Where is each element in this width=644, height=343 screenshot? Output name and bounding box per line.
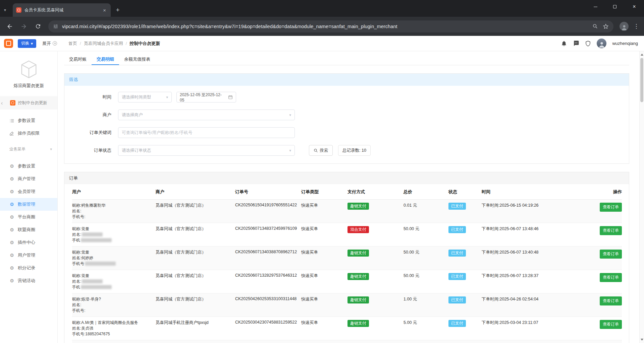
switch-button[interactable]: 切换 ▾: [18, 39, 36, 48]
close-button[interactable]: ×: [625, 0, 644, 13]
payment-badge: 趣销支付: [347, 203, 369, 210]
breadcrumb-item[interactable]: 觅喜同城会员卡应用: [84, 41, 130, 47]
view-order-button[interactable]: 查看订单: [600, 296, 622, 305]
tab-search-chevron-icon[interactable]: ▾: [0, 3, 10, 17]
browser-menu-button[interactable]: ⋮: [632, 23, 641, 30]
shield-icon[interactable]: [585, 41, 591, 47]
status-badge: 已支付: [448, 296, 466, 303]
time-type-select[interactable]: 请选择时间类型 ▾: [118, 92, 172, 102]
sidebar-menu-item[interactable]: ⚙ 用户管理: [0, 249, 57, 262]
new-tab-button[interactable]: +: [113, 5, 123, 15]
user-phone: 手机号:: [72, 308, 85, 313]
price-cell: 5.00 元: [404, 320, 448, 326]
user-cell: 昵称:觉量 姓名: 手机: [72, 226, 156, 243]
view-order-button[interactable]: 查看订单: [600, 203, 622, 212]
user-cell: 昵称:觉量 姓名: 手机: [72, 273, 156, 290]
sidebar-menu-item[interactable]: ⚙ 商户管理: [0, 173, 57, 185]
user-avatar[interactable]: [597, 39, 606, 48]
view-order-button[interactable]: 查看订单: [600, 250, 622, 259]
breadcrumb-item[interactable]: 首页: [68, 41, 84, 47]
order-status-select[interactable]: 请选择订单状态 ▾: [118, 145, 295, 156]
forward-button[interactable]: [17, 20, 30, 33]
sidebar-collapse-icon[interactable]: ‹: [1, 100, 3, 106]
browser-window: ▾ 会员卡系统:觅喜同城 × + × vipcard.mixi.city/#/a…: [0, 0, 644, 343]
sidebar-menu-item[interactable]: ⚙ 积分记录: [0, 262, 57, 274]
sidebar-menu-item-label: 用户管理: [18, 252, 35, 258]
sidebar-menu-item-label: 平台商圈: [18, 214, 35, 220]
table-row: 昵称:觉量 姓名:何婷婷 手机号 觅喜同城（官方测试门店） CK20250607…: [72, 247, 622, 270]
scroll-up-icon[interactable]: [640, 52, 644, 57]
address-bar[interactable]: vipcard.mixi.city/#/app/202393/role1/ifr…: [48, 20, 613, 32]
merchant-select[interactable]: 请选择商户 ▾: [118, 110, 295, 120]
minimize-button[interactable]: [586, 0, 605, 13]
view-order-button[interactable]: 查看订单: [600, 273, 622, 282]
payment-badge: 趣销支付: [347, 296, 369, 303]
user-cell: 昵称:鳄鱼圈薯割华 姓名: 手机号:: [72, 203, 156, 220]
site-info-icon[interactable]: [53, 24, 58, 29]
scroll-down-icon[interactable]: [640, 337, 644, 342]
column-header: 支付方式: [347, 189, 404, 195]
column-header: 订单号: [235, 189, 301, 195]
sidebar-menu-item-label: 商户管理: [18, 176, 35, 182]
chat-icon[interactable]: [573, 40, 579, 47]
sidebar-menu-item[interactable]: ⚙ 平台商圈: [0, 211, 57, 223]
view-order-button[interactable]: 查看订单: [600, 226, 622, 235]
sidebar-menu-item[interactable]: ⚙ 营销活动: [0, 274, 57, 287]
browser-tab[interactable]: 会员卡系统:觅喜同城 ×: [13, 3, 111, 17]
browser-toolbar: vipcard.mixi.city/#/app/202393/role1/ifr…: [0, 17, 644, 36]
sidebar-menu-item[interactable]: ⚙ 插件中心: [0, 236, 57, 249]
breadcrumb-item[interactable]: 控制中台勿更新: [129, 41, 160, 47]
reload-icon: [35, 23, 41, 29]
keyword-input[interactable]: [118, 127, 295, 138]
content-tabs: 交易对账交易明细余额充值报表: [64, 53, 629, 65]
browser-profile-avatar[interactable]: [620, 22, 629, 31]
calendar-icon: [228, 95, 233, 99]
order-no-cell: CK202506150419197605551422: [235, 203, 301, 207]
table-row: 昵称:觉量 姓名: 手机 觅喜同城（官方测试门店） CK202506071328…: [72, 270, 622, 293]
orders-table-header: 用户商户订单号订单类型支付方式总价状态时间操作: [72, 184, 622, 200]
sidebar-menu-item[interactable]: ⚙ 参数设置: [0, 160, 57, 173]
list-icon: [9, 118, 14, 123]
tab-close-icon[interactable]: ×: [102, 7, 107, 13]
merchant-label: 商户: [64, 112, 111, 118]
back-button[interactable]: [3, 20, 16, 33]
bell-icon[interactable]: [561, 40, 567, 47]
maximize-button[interactable]: [605, 0, 625, 13]
bookmark-star-icon[interactable]: [603, 23, 609, 29]
gear-icon: ⚙: [9, 240, 14, 245]
search-icon: [314, 148, 318, 153]
view-order-button[interactable]: 查看订单: [600, 320, 622, 329]
sidebar-menu-item[interactable]: ⚙ 数据管理: [0, 198, 57, 211]
merchant-cell: 觅喜同城（官方测试门店）: [156, 250, 235, 255]
sidebar-menu-item[interactable]: ⚙ 会员管理: [0, 185, 57, 198]
sidebar-menu-item-label: 积分记录: [18, 265, 35, 271]
search-button[interactable]: 搜索: [309, 145, 333, 156]
expand-button[interactable]: 展开: [42, 41, 57, 47]
table-row: 昵称:烁澄-单身? 姓名: 手机号: 觅喜同城（官方测试门店） CK202504…: [72, 293, 622, 317]
sidebar-app-row[interactable]: 控制中台勿更新: [0, 96, 57, 110]
sidebar-menu-item[interactable]: ⚙ 联盟商圈: [0, 223, 57, 236]
scrollbar-thumb[interactable]: [640, 58, 643, 102]
sidebar-item-params-top[interactable]: 参数设置: [0, 114, 57, 127]
order-type-cell: 快速买单: [301, 296, 347, 302]
gear-icon: ⚙: [9, 215, 14, 219]
price-cell: 1.00 元: [404, 296, 448, 302]
search-icon[interactable]: [592, 23, 598, 29]
browser-tab-strip: ▾ 会员卡系统:觅喜同城 × + ×: [0, 0, 644, 17]
sidebar-item-operator-perms[interactable]: 操作员权限: [0, 127, 57, 140]
sidebar-menu-item-label: 数据管理: [18, 201, 35, 207]
payment-badge: 趣销支付: [347, 273, 369, 280]
sidebar-menu-item-label: 联盟商圈: [18, 227, 35, 233]
gear-icon: ⚙: [9, 164, 14, 168]
user-phone: 手机: [72, 285, 80, 289]
content-tab[interactable]: 交易对账: [64, 53, 92, 65]
gear-icon: ⚙: [9, 202, 14, 207]
orders-panel-title: 订单: [64, 172, 629, 184]
reload-button[interactable]: [32, 20, 44, 33]
content-tab[interactable]: 交易明细: [92, 53, 119, 65]
minimize-icon: [594, 7, 597, 7]
sidebar-section-business[interactable]: 业务菜单 ▾: [0, 143, 57, 155]
date-range-input[interactable]: 2025-12-05 至2025-12-05: [176, 92, 236, 102]
vertical-scrollbar[interactable]: [639, 51, 644, 343]
content-tab[interactable]: 余额充值报表: [119, 53, 155, 65]
